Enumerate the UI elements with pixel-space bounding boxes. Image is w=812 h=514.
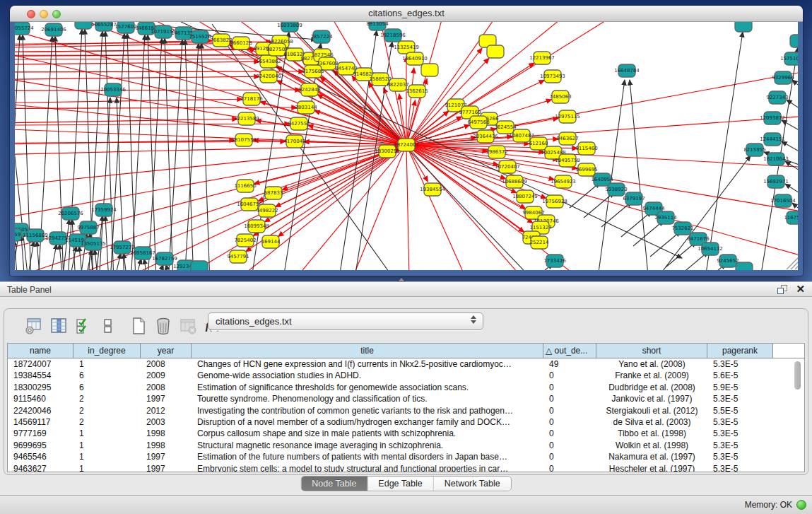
table-row[interactable]: 1830029562008Estimation of significance … xyxy=(8,382,804,393)
graph-edge[interactable] xyxy=(49,244,57,270)
graph-edge[interactable] xyxy=(15,62,259,65)
graph-node-label: 9975887 xyxy=(77,225,99,230)
graph-edge[interactable] xyxy=(792,80,798,98)
table-row[interactable]: 969969511998Structural magnetic resonanc… xyxy=(8,440,804,451)
graph-node[interactable] xyxy=(75,22,92,29)
delete-table-button[interactable] xyxy=(178,316,198,336)
graph-edge[interactable] xyxy=(15,42,406,145)
graph-node-label: 15692971 xyxy=(763,179,789,185)
graph-edge[interactable] xyxy=(114,253,121,270)
column-header-5[interactable]: short xyxy=(596,344,707,358)
network-window[interactable]: citations_edges.txt 24055724206914061065… xyxy=(10,6,803,276)
graph-edge[interactable] xyxy=(406,145,410,270)
graph-edge[interactable] xyxy=(621,211,652,237)
graph-node-label: 17359924 xyxy=(91,207,117,213)
table-mode-button[interactable] xyxy=(24,316,44,336)
table-row[interactable]: 1872400712008Changes of HCN gene express… xyxy=(8,358,804,370)
tab-network-table[interactable]: Network Table xyxy=(434,477,511,491)
column-header-0[interactable]: name xyxy=(8,344,73,358)
graph-edge[interactable] xyxy=(269,145,406,270)
table-selector-dropdown[interactable]: citations_edges.txt xyxy=(208,313,483,330)
table-cell: 0 xyxy=(543,370,596,381)
table-cell: 14569117 xyxy=(8,416,73,428)
graph-node[interactable] xyxy=(736,262,753,270)
column-header-2[interactable]: year xyxy=(141,344,192,358)
table-row[interactable]: 1938455462009Genome-wide association stu… xyxy=(8,370,804,381)
table-header-row: namein_degreeyeartitle△ out_de...shortpa… xyxy=(8,344,804,358)
graph-node-label: 16958167 xyxy=(130,250,155,256)
clear-selection-button[interactable] xyxy=(98,316,118,336)
graph-edge[interactable] xyxy=(601,201,632,227)
show-columns-icon xyxy=(49,317,68,335)
graph-edge[interactable] xyxy=(168,40,182,270)
table-cell: 5.9E-5 xyxy=(707,382,773,393)
graph-node[interactable] xyxy=(421,64,438,76)
graph-edge[interactable] xyxy=(15,107,297,109)
graph-node[interactable] xyxy=(735,22,752,32)
citation-network-graph[interactable]: 2405572420691406106552871527602846616010… xyxy=(15,22,798,270)
table-cell: 2008 xyxy=(141,358,192,370)
pane-divider-handle[interactable] xyxy=(398,278,405,282)
column-header-4[interactable]: △ out_de... xyxy=(543,344,596,358)
graph-node-label: 1733426 xyxy=(543,258,566,264)
tab-edge-table[interactable]: Edge Table xyxy=(367,477,433,491)
graph-node-label: 9777169 xyxy=(459,110,481,115)
show-columns-button[interactable] xyxy=(49,316,69,336)
graph-edge[interactable] xyxy=(15,76,259,80)
graph-node-label: 2803144 xyxy=(295,105,317,110)
table-row[interactable]: 1456911722003Disruption of a novel membe… xyxy=(8,416,804,428)
table-cell: 1997 xyxy=(141,393,192,404)
graph-edge[interactable] xyxy=(406,22,459,145)
window-resize-grip[interactable] xyxy=(787,257,798,269)
table-row[interactable]: 911546021997Tourette syndrome. Phenomeno… xyxy=(8,393,804,404)
graph-node-label: 4498222 xyxy=(256,208,278,214)
table-cell: Investigating the contribution of common… xyxy=(192,405,543,416)
column-header-1[interactable]: in_degree xyxy=(73,344,141,358)
graph-edge[interactable] xyxy=(666,242,696,267)
table-row[interactable]: 2242004622012Investigating the contribut… xyxy=(8,405,804,416)
table-cell: 2003 xyxy=(141,416,192,428)
graph-node-label: 16210643 xyxy=(763,156,789,162)
table-row[interactable]: 946362711997Embryonic stem cells: a mode… xyxy=(8,463,804,472)
window-titlebar[interactable]: citations_edges.txt xyxy=(10,6,803,22)
close-panel-icon[interactable]: ✕ xyxy=(796,283,805,296)
graph-edge[interactable] xyxy=(131,35,145,270)
graph-edge[interactable] xyxy=(782,120,798,138)
graph-node-label: 8813054 xyxy=(366,22,389,27)
table-cell: 9465546 xyxy=(8,451,73,462)
table-row[interactable]: 946554611997Estimation of the future num… xyxy=(8,451,804,462)
tab-node-table[interactable]: Node Table xyxy=(301,477,367,491)
table-panel: Table Panel ✕ xyxy=(0,281,812,495)
table-scrollbar[interactable] xyxy=(794,360,802,470)
delete-table-icon xyxy=(179,317,197,335)
memory-status-indicator[interactable] xyxy=(796,500,806,510)
graph-edge[interactable] xyxy=(705,32,743,270)
network-view-canvas[interactable]: 2405572420691406106552871527602846616010… xyxy=(15,22,798,270)
float-panel-icon[interactable] xyxy=(777,285,788,295)
scrollbar-thumb[interactable] xyxy=(794,361,801,390)
column-header-3[interactable]: title xyxy=(192,344,543,358)
graph-node-label: 10807487 xyxy=(509,133,534,139)
table-cell: 0 xyxy=(543,405,596,416)
graph-node-label: 9699695 xyxy=(575,167,597,173)
graph-node[interactable] xyxy=(487,45,504,58)
delete-column-button[interactable] xyxy=(153,316,173,336)
select-all-columns-button[interactable] xyxy=(73,316,93,336)
graph-node[interactable] xyxy=(790,35,798,47)
graph-edge[interactable] xyxy=(15,90,300,90)
graph-edge[interactable] xyxy=(165,38,173,270)
table-panel-header: Table Panel ✕ xyxy=(0,281,812,297)
graph-edge[interactable] xyxy=(406,22,636,145)
graph-edge[interactable] xyxy=(15,145,406,156)
graph-edge[interactable] xyxy=(570,182,600,208)
graph-node-label: 18807249 xyxy=(512,194,538,199)
table-row[interactable]: 977716911998Corpus callosum shape and si… xyxy=(8,428,804,439)
graph-node[interactable] xyxy=(191,261,208,270)
table-type-tabs: Node TableEdge TableNetwork Table xyxy=(300,476,511,491)
graph-edge[interactable] xyxy=(650,231,681,257)
new-column-button[interactable] xyxy=(129,316,148,336)
graph-edge[interactable] xyxy=(630,80,649,270)
column-header-6[interactable]: pagerank xyxy=(707,344,773,358)
table-panel-bezel: f(x) citations_edges.txt namein_degreeye… xyxy=(4,308,808,475)
table-cell: 5.6E-5 xyxy=(707,370,773,381)
